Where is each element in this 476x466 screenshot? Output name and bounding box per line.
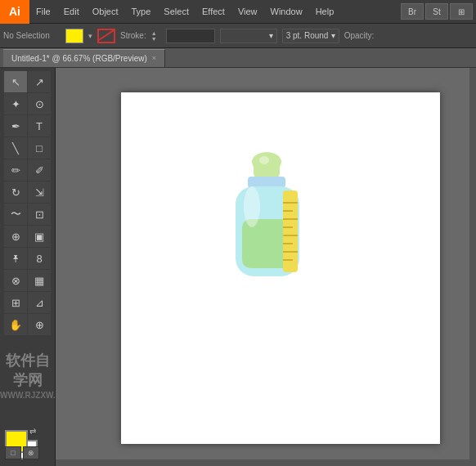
workspace-icon[interactable]: ⊞ bbox=[450, 3, 473, 20]
document-tab[interactable]: Untitled-1* @ 66.67% (RGB/Preview) × bbox=[3, 49, 165, 67]
canvas-area[interactable] bbox=[56, 68, 476, 466]
stroke-stepper[interactable]: ▲▼ bbox=[151, 30, 161, 42]
tab-close-button[interactable]: × bbox=[152, 54, 156, 62]
toolbar-row-3: ✒ T bbox=[4, 115, 51, 137]
bottom-icons: □ ⊗ bbox=[5, 446, 39, 459]
paintbrush-tool[interactable]: ✏ bbox=[4, 159, 27, 181]
toolbar-row-12: ✋ ⊕ bbox=[4, 314, 51, 335]
watermark-line1: 软件自学网 bbox=[0, 352, 55, 390]
menu-bar: Ai File Edit Object Type Select Effect V… bbox=[0, 0, 476, 24]
svg-rect-3 bbox=[248, 177, 285, 188]
toolbar-row-8: ⊕ ▣ bbox=[4, 226, 51, 247]
column-graph-tool[interactable]: ▦ bbox=[28, 270, 51, 291]
tab-bar: Untitled-1* @ 66.67% (RGB/Preview) × bbox=[0, 48, 476, 68]
change-screen-mode-icon[interactable]: □ bbox=[5, 446, 21, 459]
menu-type[interactable]: Type bbox=[125, 0, 158, 23]
stroke-dropdown[interactable]: ▾ bbox=[220, 29, 277, 43]
watermark: 软件自学网 WWW.RJZXW.COM bbox=[0, 352, 55, 401]
hand-tool[interactable]: ✋ bbox=[4, 314, 27, 335]
toggle-icon[interactable]: ⊗ bbox=[23, 446, 39, 459]
warp-tool[interactable]: 〜 bbox=[4, 204, 27, 225]
pt-box[interactable]: 3 pt. Round▾ bbox=[282, 29, 339, 43]
menu-edit[interactable]: Edit bbox=[57, 0, 86, 23]
free-transform-tool[interactable]: ⊡ bbox=[28, 204, 51, 225]
opacity-label: Opacity: bbox=[344, 31, 375, 40]
menu-object[interactable]: Object bbox=[86, 0, 125, 23]
toolbar-row-2: ✦ ⊙ bbox=[4, 93, 51, 114]
right-icons: Br St ⊞ bbox=[401, 3, 476, 20]
magic-wand-tool[interactable]: ✦ bbox=[4, 93, 27, 114]
zoom-tool[interactable]: ⊕ bbox=[28, 314, 51, 335]
toolbar-row-4: ╲ □ bbox=[4, 137, 51, 159]
menu-window[interactable]: Window bbox=[264, 0, 309, 23]
toolbar-row-1: ↖ ↗ bbox=[4, 71, 51, 92]
bridge-icon[interactable]: Br bbox=[401, 3, 424, 20]
menu-effect[interactable]: Effect bbox=[195, 0, 231, 23]
pen-tool[interactable]: ✒ bbox=[4, 115, 27, 137]
lasso-tool[interactable]: ⊙ bbox=[28, 93, 51, 114]
fill-arrow-icon[interactable]: ▾ bbox=[88, 32, 92, 40]
type-tool[interactable]: T bbox=[28, 115, 51, 137]
toolbar-row-10: ⊗ ▦ bbox=[4, 270, 51, 291]
watermark-line2: WWW.RJZXW.COM bbox=[0, 390, 55, 401]
selection-label: No Selection bbox=[3, 31, 61, 40]
app-logo: Ai bbox=[0, 0, 29, 24]
toolbar-row-6: ↻ ⇲ bbox=[4, 181, 51, 203]
line-tool[interactable]: ╲ bbox=[4, 137, 27, 159]
shape-builder-tool[interactable]: ⊕ bbox=[4, 226, 27, 247]
stroke-icon[interactable] bbox=[97, 29, 115, 43]
menu-file[interactable]: File bbox=[29, 0, 57, 23]
left-toolbar: ↖ ↗ ✦ ⊙ ✒ T ╲ □ ✏ ✐ ↻ ⇲ 〜 ⊡ ⊕ ▣ bbox=[0, 68, 56, 466]
stroke-label: Stroke: bbox=[120, 31, 146, 40]
rotate-tool[interactable]: ↻ bbox=[4, 181, 27, 203]
menu-select[interactable]: Select bbox=[157, 0, 195, 23]
horizontal-scrollbar[interactable] bbox=[56, 459, 476, 466]
rect-tool[interactable]: □ bbox=[28, 137, 51, 159]
fill-color-box[interactable] bbox=[65, 29, 83, 43]
eyedropper-tool[interactable]: 🖈 bbox=[4, 248, 27, 269]
blend-tool[interactable]: 8 bbox=[28, 248, 51, 269]
slice-tool[interactable]: ⊿ bbox=[28, 292, 51, 313]
menu-view[interactable]: View bbox=[231, 0, 264, 23]
svg-point-15 bbox=[244, 186, 260, 227]
symbol-sprayer-tool[interactable]: ⊗ bbox=[4, 270, 27, 291]
tab-title: Untitled-1* @ 66.67% (RGB/Preview) bbox=[11, 54, 147, 63]
direct-select-tool[interactable]: ↗ bbox=[28, 71, 51, 92]
toolbar-row-9: 🖈 8 bbox=[4, 248, 51, 269]
artboard-tool[interactable]: ⊞ bbox=[4, 292, 27, 313]
menu-items: File Edit Object Type Select Effect View… bbox=[29, 0, 340, 23]
swap-colors-icon[interactable]: ⇄ bbox=[29, 427, 36, 436]
svg-point-16 bbox=[259, 156, 269, 164]
toolbar-row-5: ✏ ✐ bbox=[4, 159, 51, 181]
options-bar: No Selection ▾ Stroke: ▲▼ ▾ 3 pt. Round▾… bbox=[0, 24, 476, 48]
menu-help[interactable]: Help bbox=[309, 0, 341, 23]
vertical-scrollbar[interactable] bbox=[469, 68, 476, 466]
svg-line-0 bbox=[99, 30, 114, 40]
main-area: ↖ ↗ ✦ ⊙ ✒ T ╲ □ ✏ ✐ ↻ ⇲ 〜 ⊡ ⊕ ▣ bbox=[0, 68, 476, 466]
toolbar-row-11: ⊞ ⊿ bbox=[4, 292, 51, 313]
select-tool[interactable]: ↖ bbox=[4, 71, 27, 92]
scale-tool[interactable]: ⇲ bbox=[28, 181, 51, 203]
pencil-tool[interactable]: ✐ bbox=[28, 159, 51, 181]
stock-icon[interactable]: St bbox=[425, 3, 448, 20]
stroke-value[interactable] bbox=[166, 29, 215, 43]
gradient-tool[interactable]: ▣ bbox=[28, 226, 51, 247]
toolbar-row-7: 〜 ⊡ bbox=[4, 204, 51, 225]
bottle-illustration bbox=[186, 137, 350, 325]
canvas-page bbox=[121, 92, 440, 444]
